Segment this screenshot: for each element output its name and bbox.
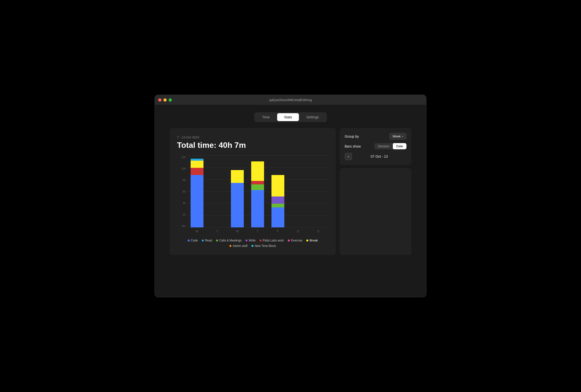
legend-label-exercise: Exercise (291, 239, 302, 242)
legend-label-code: Code (191, 239, 198, 242)
bar-seg-palta-thu (251, 181, 264, 185)
bar-stack-monday (190, 159, 204, 228)
legend-newtimeblock: New Time Block (252, 244, 276, 248)
legend-label-write: Write (249, 239, 256, 242)
app-window: qaEylx0Gwv0MEoNqfEWhmg Time Stats Settin… (154, 95, 426, 297)
titlebar: qaEylx0Gwv0MEoNqfEWhmg (155, 95, 426, 105)
x-label-m: M (190, 228, 204, 235)
main-layout: 7 - 13 Oct 2024 Total time: 40h 7m (170, 128, 412, 255)
legend-label-newtimeblock: New Time Block (255, 244, 276, 248)
y-label-4h: 4h (177, 202, 186, 204)
legend-read: Read (202, 239, 212, 242)
legend-write: Write (246, 239, 256, 242)
group-by-label: Group by (345, 134, 359, 138)
y-label-0m: 0m (177, 224, 186, 228)
nav-date: 07 Oct - 13 (352, 154, 406, 158)
bar-seg-calls-fri (272, 204, 284, 207)
bar-stack-fri (272, 175, 284, 228)
y-label-12h: 12h (177, 156, 186, 159)
group-by-control: Week › (390, 133, 406, 140)
legend-dot-read (202, 240, 204, 242)
legend-dot-admin (230, 245, 232, 247)
y-label-2h: 2h (177, 213, 186, 216)
main-content: Time Stats Settings 7 - 13 Oct 2024 Tota… (155, 105, 426, 262)
x-label-t2: T (250, 228, 265, 235)
legend: Code Read Calls & Meetings Write (177, 239, 328, 248)
close-button[interactable] (158, 98, 162, 102)
x-label-s1: S (290, 228, 305, 235)
bar-seg-break-thu (251, 162, 264, 181)
legend-dot-break (306, 240, 308, 242)
bars-show-row: Bars show Session Date (345, 143, 406, 149)
maximize-button[interactable] (168, 98, 172, 102)
bar-monday (190, 159, 204, 228)
y-label-10h: 10h (177, 167, 186, 170)
legend-label-admin: Admin stuff (233, 244, 248, 248)
nav-prev-button[interactable]: ‹ (345, 153, 352, 160)
x-label-s2: S (311, 228, 326, 235)
bar-seg-code-fri (272, 207, 284, 228)
y-axis: 0m 2h 4h 6h 8h 10h 12h (177, 156, 186, 228)
bar-stack-thu (251, 162, 264, 228)
group-by-select[interactable]: Week › (390, 133, 406, 140)
legend-dot-palta (260, 240, 262, 242)
date-toggle[interactable]: Date (393, 143, 406, 149)
legend-break: Break (306, 239, 318, 242)
bar-seg-palta-mon (190, 168, 204, 175)
nav-row: ‹ 07 Oct - 13 (345, 153, 406, 160)
date-range: 7 - 13 Oct 2024 (177, 136, 328, 139)
legend-palta: Palta Labs work (260, 239, 284, 242)
right-panel: Group by Week › Bars show Session Dat (340, 128, 412, 255)
x-labels: M T W T F S S (187, 228, 328, 235)
bar-seg-break-wed (231, 170, 244, 183)
bars-area (187, 156, 328, 228)
legend-dot-newtimeblock (252, 245, 254, 247)
tab-settings[interactable]: Settings (300, 113, 326, 121)
x-label-f: F (270, 228, 285, 235)
chart-area: 0m 2h 4h 6h 8h 10h 12h (177, 156, 328, 235)
legend-dot-exercise (288, 240, 290, 242)
detail-panel (340, 168, 412, 255)
legend-code: Code (188, 239, 198, 242)
bar-wednesday (230, 170, 245, 228)
legend-label-break: Break (310, 239, 318, 242)
traffic-lights (158, 98, 172, 102)
bars-show-toggle: Session Date (374, 143, 406, 149)
legend-dot-calls (216, 240, 218, 242)
x-label-w: W (230, 228, 245, 235)
chart-panel: 7 - 13 Oct 2024 Total time: 40h 7m (170, 128, 336, 255)
bar-seg-code-wed (231, 183, 244, 228)
legend-exercise: Exercise (288, 239, 302, 242)
tab-time[interactable]: Time (255, 113, 277, 121)
controls-panel: Group by Week › Bars show Session Dat (340, 128, 412, 165)
legend-label-calls: Calls & Meetings (219, 239, 242, 242)
bar-thursday (250, 162, 265, 228)
legend-calls: Calls & Meetings (216, 239, 242, 242)
legend-label-read: Read (205, 239, 212, 242)
bar-seg-code-mon (190, 175, 204, 228)
bar-stack-wed (231, 170, 244, 228)
tab-container: Time Stats Settings (254, 112, 326, 122)
tab-bar: Time Stats Settings (170, 112, 412, 122)
bars-show-label: Bars show (345, 144, 361, 148)
legend-dot-write (246, 240, 248, 242)
minimize-button[interactable] (164, 98, 167, 102)
legend-admin: Admin stuff (230, 244, 248, 248)
x-label-t1: T (210, 228, 225, 235)
legend-label-palta: Palta Labs work (263, 239, 284, 242)
bar-friday (270, 175, 285, 228)
bar-seg-break-mon (190, 161, 204, 168)
window-title: qaEylx0Gwv0MEoNqfEWhmg (269, 98, 312, 102)
tab-stats[interactable]: Stats (277, 113, 299, 121)
total-time: Total time: 40h 7m (177, 141, 328, 150)
bar-seg-write-fri (272, 196, 284, 204)
bar-seg-break-fri (272, 175, 284, 196)
session-toggle[interactable]: Session (374, 143, 392, 149)
legend-dot-code (188, 240, 190, 242)
bar-seg-code-thu (251, 190, 264, 228)
group-by-row: Group by Week › (345, 133, 406, 140)
bar-seg-read-mon (190, 159, 204, 161)
y-label-6h: 6h (177, 190, 186, 193)
y-label-8h: 8h (177, 179, 186, 182)
bar-seg-calls-thu (251, 184, 264, 190)
